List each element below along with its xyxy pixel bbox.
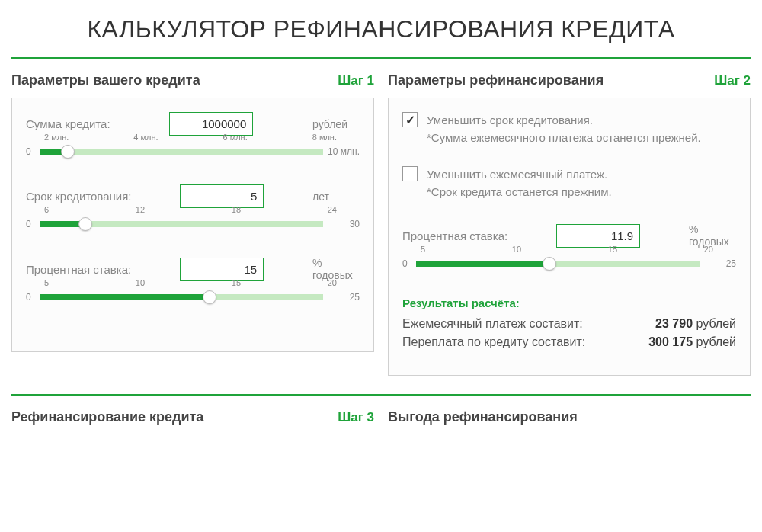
bottom-left-column: Рефинансирование кредита Шаг 3 — [11, 409, 374, 434]
amount-max: 10 млн. — [328, 146, 360, 157]
panel-header-right: Параметры рефинансирования Шаг 2 — [388, 72, 751, 88]
left-column: Параметры вашего кредита Шаг 1 Сумма кре… — [11, 72, 374, 376]
panel-title-left: Параметры вашего кредита — [11, 72, 200, 88]
overpay-row: Переплата по кредиту составит: 300 175 р… — [402, 335, 736, 349]
results-title: Результаты расчёта: — [402, 296, 736, 309]
rate-slider-wrap: 5 10 15 20 0 25 — [26, 292, 360, 303]
rate-slider[interactable] — [40, 294, 323, 300]
rate-ticks: 5 10 15 20 — [44, 278, 337, 287]
rate-min: 0 — [26, 292, 35, 303]
refi-rate-input[interactable] — [556, 224, 640, 248]
rate-max: 25 — [328, 292, 360, 303]
rate-label: Процентная ставка: — [26, 263, 131, 276]
rate-slider-fill — [40, 294, 210, 300]
panel-title-right: Параметры рефинансирования — [388, 72, 604, 88]
amount-slider[interactable] — [40, 149, 323, 155]
tick: 15 — [608, 245, 617, 254]
amount-label: Сумма кредита: — [26, 117, 110, 130]
tick: 5 — [421, 245, 425, 254]
page-title: КАЛЬКУЛЯТОР РЕФИНАНСИРОВАНИЯ КРЕДИТА — [11, 15, 751, 43]
monthly-row: Ежемесячный платеж составит: 23 790 рубл… — [402, 317, 736, 331]
results-block: Результаты расчёта: Ежемесячный платеж с… — [402, 296, 736, 349]
panel-header-bottom-right: Выгода рефинансирования — [388, 409, 751, 425]
reduce-payment-label: Уменьшить ежемесячный платеж. — [427, 168, 607, 181]
tick: 15 — [232, 278, 241, 287]
rate-input[interactable] — [180, 258, 264, 281]
reduce-payment-row: Уменьшить ежемесячный платеж. *Срок кред… — [402, 166, 736, 200]
tick: 6 млн. — [223, 133, 247, 142]
reduce-payment-checkbox[interactable] — [402, 166, 418, 181]
term-ticks: 6 12 18 24 — [44, 205, 337, 214]
tick: 10 — [512, 245, 521, 254]
monthly-label: Ежемесячный платеж составит: — [402, 317, 583, 331]
right-column: Параметры рефинансирования Шаг 2 Уменьши… — [388, 72, 751, 376]
panel-title-bottom-right: Выгода рефинансирования — [388, 409, 578, 425]
amount-ticks: 2 млн. 4 млн. 6 млн. 8 млн. — [44, 133, 337, 142]
amount-slider-thumb[interactable] — [61, 145, 75, 159]
overpay-value: 300 175 рублей — [648, 335, 736, 349]
step-3-label: Шаг 3 — [338, 410, 374, 425]
tick: 5 — [44, 278, 49, 287]
tick: 6 — [44, 205, 49, 214]
refi-rate-min: 0 — [402, 258, 411, 269]
term-slider-wrap: 6 12 18 24 0 30 — [26, 219, 360, 229]
tick: 4 млн. — [133, 133, 158, 142]
refi-rate-slider-thumb[interactable] — [543, 257, 556, 271]
overpay-label: Переплата по кредиту составит: — [402, 335, 585, 349]
divider-bottom — [11, 394, 751, 396]
term-min: 0 — [26, 219, 35, 229]
panel-left: Сумма кредита: рублей 2 млн. 4 млн. 6 мл… — [11, 98, 374, 352]
term-slider[interactable] — [40, 221, 323, 227]
panel-title-bottom-left: Рефинансирование кредита — [11, 409, 203, 425]
refi-rate-max: 25 — [704, 258, 736, 269]
reduce-term-text: Уменьшить срок кредитования. *Сумма ежем… — [427, 112, 701, 146]
reduce-payment-text: Уменьшить ежемесячный платеж. *Срок кред… — [427, 166, 612, 200]
refi-rate-ticks: 5 10 15 20 — [421, 245, 713, 254]
term-slider-thumb[interactable] — [78, 217, 92, 231]
tick: 24 — [328, 205, 337, 214]
panel-header-bottom-left: Рефинансирование кредита Шаг 3 — [11, 409, 374, 425]
tick: 20 — [328, 278, 337, 287]
tick: 10 — [136, 278, 145, 287]
refi-rate-label: Процентная ставка: — [402, 229, 507, 242]
reduce-payment-note: *Срок кредита останется прежним. — [427, 185, 612, 198]
refi-rate-slider-fill — [416, 261, 549, 267]
refi-rate-slider-wrap: 5 10 15 20 0 25 — [402, 258, 736, 269]
refi-rate-slider[interactable] — [416, 261, 700, 267]
reduce-term-row: Уменьшить срок кредитования. *Сумма ежем… — [402, 112, 736, 146]
tick: 8 млн. — [312, 133, 337, 142]
panel-right: Уменьшить срок кредитования. *Сумма ежем… — [388, 98, 751, 376]
amount-min: 0 — [26, 146, 35, 157]
tick: 18 — [232, 205, 241, 214]
divider — [11, 57, 751, 59]
bottom-right-column: Выгода рефинансирования — [388, 409, 751, 434]
reduce-term-label: Уменьшить срок кредитования. — [427, 114, 593, 127]
tick: 2 млн. — [44, 133, 69, 142]
term-unit: лет — [312, 191, 360, 203]
rate-slider-thumb[interactable] — [203, 290, 216, 304]
step-1-label: Шаг 1 — [338, 73, 374, 88]
step-2-label: Шаг 2 — [714, 73, 751, 88]
reduce-term-note: *Сумма ежемесячного платежа останется пр… — [427, 131, 701, 144]
amount-unit: рублей — [312, 118, 360, 130]
monthly-value: 23 790 рублей — [655, 317, 736, 331]
tick: 12 — [136, 205, 145, 214]
term-label: Срок кредитования: — [26, 190, 131, 203]
panel-header-left: Параметры вашего кредита Шаг 1 — [11, 72, 374, 88]
tick: 20 — [704, 245, 713, 254]
amount-slider-wrap: 2 млн. 4 млн. 6 млн. 8 млн. 0 10 млн. — [26, 146, 360, 157]
reduce-term-checkbox[interactable] — [402, 112, 418, 127]
term-max: 30 — [328, 219, 360, 229]
